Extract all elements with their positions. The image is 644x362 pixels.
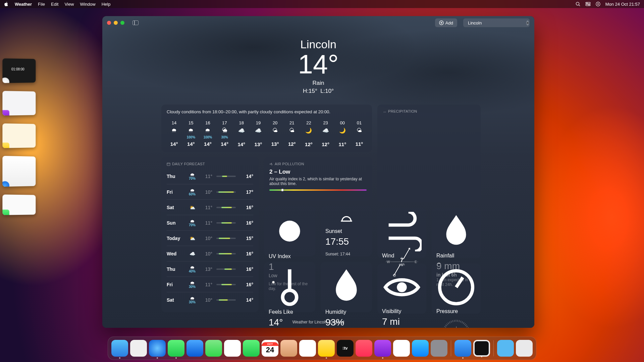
dock-messages[interactable] bbox=[168, 340, 184, 357]
weather-icon: 🌦 bbox=[222, 127, 227, 133]
temp-range-bar bbox=[216, 299, 236, 301]
add-location-button[interactable]: Add bbox=[435, 18, 457, 27]
dock-appstore[interactable] bbox=[412, 340, 429, 357]
dock-notes[interactable] bbox=[318, 340, 335, 357]
svg-point-15 bbox=[279, 221, 300, 242]
dock-trash[interactable] bbox=[516, 340, 533, 357]
daily-row[interactable]: Today ⛅ 10° 15° bbox=[167, 230, 253, 246]
hourly-column[interactable]: 14🌧 14° bbox=[167, 120, 181, 147]
weather-icon: 🌧 bbox=[188, 127, 194, 133]
weather-icon: ☁️ bbox=[255, 127, 262, 134]
sunset-tile[interactable]: Sunset 17:55 Sunset: 17:44 bbox=[321, 206, 372, 256]
weather-icon: 🌤 bbox=[357, 127, 362, 133]
pressure-tile[interactable]: Pressure ↓1,004hPa LowHigh bbox=[432, 263, 481, 314]
weather-icon: 🌧30% bbox=[185, 296, 199, 304]
daily-row[interactable]: Fri 🌧30% 11° 16° bbox=[167, 277, 253, 292]
dock-safari[interactable] bbox=[149, 340, 166, 357]
footer-text[interactable]: Weather for Lincoln, England bbox=[102, 320, 534, 324]
hourly-column[interactable]: 15🌧100%14° bbox=[183, 120, 198, 147]
visibility-tile[interactable]: Visibility 7 mi It's clear right now. bbox=[377, 263, 426, 314]
weather-window: Add ✕ Lincoln 14° Rain H:15° L:10° Cloud… bbox=[102, 16, 534, 328]
dock-maps[interactable] bbox=[205, 340, 222, 357]
dock-music[interactable] bbox=[356, 340, 372, 357]
svg-point-7 bbox=[597, 3, 599, 5]
stage-thumb-podcasts[interactable] bbox=[2, 91, 36, 116]
daily-row[interactable]: Sun 🌧70% 11° 16° bbox=[167, 215, 253, 230]
dock-mail[interactable] bbox=[186, 340, 203, 357]
dock-weather[interactable] bbox=[454, 340, 471, 357]
daily-row[interactable]: Fri 🌧60% 10° 17° bbox=[167, 184, 253, 199]
apple-logo-icon[interactable] bbox=[4, 2, 9, 6]
rainfall-tile[interactable]: Rainfall 9 mm in last 6h 1 mm expected i… bbox=[432, 208, 481, 258]
menu-edit[interactable]: Edit bbox=[51, 2, 58, 7]
stage-thumb-notes[interactable] bbox=[2, 123, 36, 148]
dock-launchpad[interactable] bbox=[130, 340, 147, 357]
temp-range-bar bbox=[216, 268, 236, 270]
svg-rect-11 bbox=[167, 163, 170, 165]
menubar-app-name[interactable]: Weather bbox=[15, 2, 32, 7]
dock-podcasts[interactable] bbox=[374, 340, 391, 357]
menu-file[interactable]: File bbox=[38, 2, 45, 7]
air-pollution-card[interactable]: Air Pollution 2 – Low Air quality index … bbox=[264, 157, 372, 201]
menu-window[interactable]: Window bbox=[80, 2, 95, 7]
control-center-icon[interactable] bbox=[585, 1, 591, 7]
hourly-column[interactable]: 18☁️ 14° bbox=[234, 120, 249, 147]
menu-help[interactable]: Help bbox=[102, 2, 111, 7]
siri-icon[interactable] bbox=[595, 1, 601, 7]
daily-row[interactable]: Wed ☁️ 10° 16° bbox=[167, 246, 253, 261]
daily-forecast-card[interactable]: Daily Forecast Thu 🌧70% 11° 14°Fri 🌧60% … bbox=[161, 157, 259, 312]
hourly-column[interactable]: 19☁️ 13° bbox=[251, 120, 266, 147]
dock-settings[interactable] bbox=[431, 340, 447, 357]
dock-facetime[interactable] bbox=[243, 340, 260, 357]
weather-icon: 🌧70% bbox=[185, 172, 199, 180]
spotlight-icon[interactable] bbox=[575, 1, 581, 7]
feels-like-tile[interactable]: Feels Like 14° Similar to the actual tem… bbox=[264, 262, 315, 312]
dock-finder[interactable] bbox=[111, 340, 128, 357]
menubar-clock[interactable]: Mon 24 Oct 21:57 bbox=[605, 2, 640, 7]
hourly-column[interactable]: 01🌤 11° bbox=[352, 120, 367, 147]
search-input[interactable] bbox=[468, 20, 524, 25]
daily-row[interactable]: Thu 🌧70% 11° 14° bbox=[167, 169, 253, 184]
weather-icon: 🌙 bbox=[305, 127, 312, 134]
dock-downloads[interactable] bbox=[497, 340, 514, 357]
temp-range-bar bbox=[216, 176, 236, 177]
dock: OCT24 tv bbox=[108, 337, 536, 360]
daily-row[interactable]: Thu 🌧40% 13° 16° bbox=[167, 261, 253, 277]
minimize-button[interactable] bbox=[114, 21, 118, 25]
close-button[interactable] bbox=[107, 21, 111, 25]
dock-contacts[interactable] bbox=[280, 340, 297, 357]
weather-icon: 🌧 bbox=[171, 127, 177, 133]
dock-reminders[interactable] bbox=[299, 340, 316, 357]
hourly-column[interactable]: 20🌤 13° bbox=[268, 120, 282, 147]
dock-tv[interactable]: tv bbox=[337, 340, 354, 357]
hourly-column[interactable]: 16🌧100%14° bbox=[200, 120, 215, 147]
wind-tile[interactable]: Wind NSWE 7mph bbox=[377, 208, 426, 258]
stage-thumb-safari[interactable] bbox=[2, 156, 36, 187]
hourly-column[interactable]: 00🌙 11° bbox=[335, 120, 350, 147]
stage-thumb-clock[interactable]: 01:08:00 bbox=[2, 58, 36, 83]
dock-calendar[interactable]: OCT24 bbox=[262, 340, 278, 357]
dock-photos[interactable] bbox=[224, 340, 241, 357]
hourly-forecast-card[interactable]: Cloudy conditions from 18:00–20:00, with… bbox=[161, 105, 372, 152]
precipitation-title: Precipitation bbox=[388, 109, 417, 113]
daily-row[interactable]: Sat 🌧30% 10° 14° bbox=[167, 292, 253, 307]
uv-index-tile[interactable]: UV Index 1 Low Low for the rest of the d… bbox=[264, 206, 315, 256]
humidity-tile[interactable]: Humidity 93% The dew point is 13° right … bbox=[321, 262, 372, 312]
svg-point-13 bbox=[271, 163, 272, 164]
hourly-column[interactable]: 17🌦30%14° bbox=[217, 120, 232, 147]
stage-thumb-messages[interactable] bbox=[2, 194, 36, 215]
precipitation-card[interactable]: Precipitation bbox=[377, 105, 481, 202]
plus-circle-icon bbox=[439, 20, 444, 25]
dock-clock[interactable] bbox=[473, 340, 490, 357]
hourly-column[interactable]: 23☁️ 12° bbox=[318, 120, 333, 147]
sidebar-toggle-icon[interactable] bbox=[132, 20, 139, 25]
hourly-column[interactable]: 22🌙 12° bbox=[301, 120, 316, 147]
daily-row[interactable]: Sat ⛅ 11° 16° bbox=[167, 199, 253, 215]
search-field[interactable]: ✕ bbox=[463, 18, 530, 27]
hourly-column[interactable]: 21🌤 12° bbox=[284, 120, 299, 147]
fullscreen-button[interactable] bbox=[120, 21, 124, 25]
clear-search-icon[interactable]: ✕ bbox=[526, 20, 529, 25]
sunset-time: 17:55 bbox=[325, 236, 367, 247]
menu-view[interactable]: View bbox=[64, 2, 74, 7]
dock-news[interactable] bbox=[393, 340, 410, 357]
